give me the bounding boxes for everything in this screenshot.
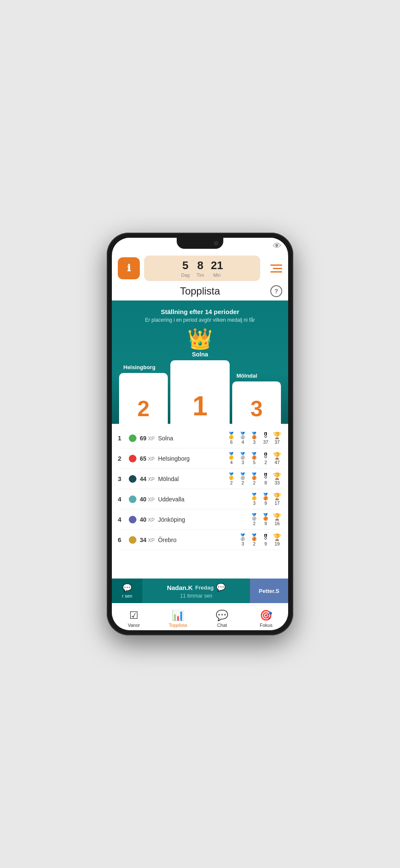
chat-center-icon: 💬 bbox=[216, 583, 225, 592]
chat-center-name: Nadan.K bbox=[167, 584, 193, 591]
medal-count: 3 bbox=[253, 440, 256, 445]
medal-count: 2 bbox=[242, 480, 244, 485]
list-city: Helsingborg bbox=[158, 455, 223, 462]
notch bbox=[177, 238, 223, 249]
chat-right[interactable]: Petter.S bbox=[250, 579, 288, 603]
list-city: Örebro bbox=[158, 537, 234, 543]
medal-col: 🥉9 bbox=[261, 492, 271, 506]
medal-col: 🥉2 bbox=[249, 533, 259, 546]
menu-button[interactable] bbox=[264, 264, 282, 273]
medal-icon: 🥇 bbox=[227, 472, 236, 480]
medal-col: 🥉9 bbox=[261, 513, 271, 526]
medal-icon: 🥈 bbox=[239, 533, 247, 541]
list-row[interactable]: 634 XPÖrebro🥈3🥉2🎖9🏆19 bbox=[118, 530, 282, 550]
list-row[interactable]: 344 XPMölndal🥇2🥈2🥉2🎖8🏆33 bbox=[118, 469, 282, 489]
tab-item-fokus[interactable]: 🎯Fokus bbox=[249, 609, 283, 628]
podium-title: Ställning efter 14 perioder bbox=[119, 308, 281, 315]
first-city-label: Solna bbox=[192, 351, 208, 358]
rank-2-num: 2 bbox=[137, 398, 150, 420]
medal-count: 33 bbox=[275, 480, 280, 485]
medal-count: 47 bbox=[275, 460, 280, 465]
medal-icon: 🥈 bbox=[239, 472, 247, 480]
medal-icon: 🥉 bbox=[250, 533, 258, 541]
medal-col: 🏆33 bbox=[272, 472, 282, 485]
help-button[interactable]: ? bbox=[270, 285, 282, 297]
phone-shell: 👁 ℹ 5 Dag 8 Tim 21 Min bbox=[107, 233, 293, 635]
medal-count: 8 bbox=[264, 480, 267, 485]
help-icon: ? bbox=[275, 288, 278, 295]
color-dot bbox=[129, 434, 136, 442]
medal-col: 🥈2 bbox=[249, 513, 259, 526]
medal-col: 🎖2 bbox=[261, 452, 271, 465]
chat-center-day: Fredag bbox=[195, 584, 214, 591]
podium-box-1: 1 bbox=[170, 360, 230, 424]
medal-count: 2 bbox=[264, 460, 267, 465]
crown-area: 👑 Solna bbox=[119, 329, 281, 358]
medals-group: 🥇4🥈3🥉5🎖2🏆47 bbox=[226, 452, 282, 465]
rank-1-num: 1 bbox=[192, 392, 208, 420]
tab-item-vanor[interactable]: ☑Vanor bbox=[117, 609, 151, 628]
tab-label: Vanor bbox=[128, 623, 140, 628]
medal-count: 2 bbox=[230, 480, 233, 485]
medal-icon: 🎖 bbox=[262, 534, 269, 541]
countdown-box: 5 Dag 8 Tim 21 Min bbox=[144, 256, 260, 281]
medal-col: 🥉2 bbox=[249, 472, 259, 485]
podium-first: 1 bbox=[170, 360, 230, 424]
menu-line-1 bbox=[270, 264, 282, 266]
rank-3-num: 3 bbox=[250, 398, 263, 420]
countdown-hours: 8 Tim bbox=[197, 259, 204, 278]
list-rank: 6 bbox=[118, 536, 125, 543]
medal-count: 17 bbox=[275, 501, 280, 506]
medal-col: 🏆47 bbox=[272, 452, 282, 465]
list-rank: 3 bbox=[118, 475, 125, 482]
list-row[interactable]: 265 XPHelsingborg🥇4🥈3🥉5🎖2🏆47 bbox=[118, 448, 282, 469]
medal-icon: 🎖 bbox=[262, 473, 269, 480]
chat-left[interactable]: 💬 r sen bbox=[112, 579, 142, 603]
medal-icon: 🥉 bbox=[261, 513, 270, 521]
tab-icon: 📊 bbox=[172, 609, 184, 621]
third-city-label: Mölndal bbox=[232, 373, 257, 379]
medal-icon: 🥇 bbox=[250, 492, 258, 501]
medals-group: 🥇6🥈4🥉3🎖37🏆37 bbox=[226, 431, 282, 445]
list-xp: 65 XP bbox=[140, 455, 155, 462]
leaderboard-main[interactable]: Ställning efter 14 perioder Er placering… bbox=[112, 300, 288, 579]
list-city: Uddevalla bbox=[158, 496, 246, 503]
medal-col: 🥈4 bbox=[238, 431, 248, 445]
list-row[interactable]: 440 XPJönköping🥈2🥉9🏆16 bbox=[118, 509, 282, 530]
info-button[interactable]: ℹ bbox=[118, 257, 140, 279]
medal-count: 4 bbox=[230, 460, 233, 465]
page-title-row: Topplista ? bbox=[112, 284, 288, 300]
podium-third: Mölndal 3 bbox=[232, 373, 281, 424]
medal-icon: 🥇 bbox=[227, 452, 236, 460]
page-title: Topplista bbox=[180, 285, 220, 297]
list-city: Jönköping bbox=[158, 516, 246, 523]
list-section: 169 XPSolna🥇6🥈4🥉3🎖37🏆37265 XPHelsingborg… bbox=[112, 424, 288, 554]
list-xp: 44 XP bbox=[140, 476, 155, 482]
medal-icon: 🥈 bbox=[239, 431, 247, 440]
medal-col: 🥇6 bbox=[226, 431, 236, 445]
chat-strip[interactable]: 💬 r sen Nadan.K Fredag 💬 11 timmar sen P… bbox=[112, 579, 288, 603]
medal-col: 🎖8 bbox=[261, 473, 271, 485]
days-value: 5 bbox=[182, 259, 188, 272]
list-row[interactable]: 440 XPUddevalla🥇3🥉9🏆17 bbox=[118, 489, 282, 509]
chat-center[interactable]: Nadan.K Fredag 💬 11 timmar sen bbox=[142, 579, 250, 603]
hours-label: Tim bbox=[197, 273, 204, 278]
list-xp: 40 XP bbox=[140, 496, 155, 503]
list-row[interactable]: 169 XPSolna🥇6🥈4🥉3🎖37🏆37 bbox=[118, 428, 282, 448]
tab-icon: 💬 bbox=[216, 609, 228, 621]
medal-icon: 🥇 bbox=[227, 431, 236, 440]
medal-count: 16 bbox=[275, 521, 280, 526]
tab-item-topplista[interactable]: 📊Topplista bbox=[161, 609, 195, 628]
medal-count: 3 bbox=[242, 460, 244, 465]
tab-item-chat[interactable]: 💬Chat bbox=[205, 609, 239, 628]
tab-label: Topplista bbox=[169, 623, 187, 628]
notch-bar: 👁 bbox=[112, 238, 288, 253]
camera-dot bbox=[214, 241, 218, 245]
medal-col: 🏆19 bbox=[272, 533, 282, 546]
medals-group: 🥈2🥉9🏆16 bbox=[249, 513, 282, 526]
medal-count: 5 bbox=[253, 460, 256, 465]
medal-icon: 🥉 bbox=[250, 431, 258, 440]
medal-icon: 🎖 bbox=[262, 432, 269, 440]
tab-icon: 🎯 bbox=[260, 609, 272, 621]
medal-col: 🥈3 bbox=[238, 533, 248, 546]
